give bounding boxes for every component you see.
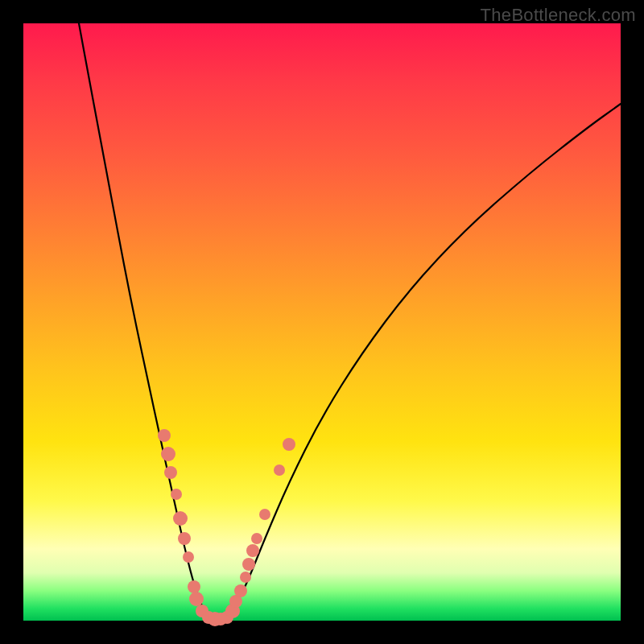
curves-svg: [23, 23, 621, 621]
data-dot: [251, 533, 262, 544]
data-dot: [158, 429, 171, 442]
data-dot: [259, 509, 270, 520]
chart-frame: TheBottleneck.com: [0, 0, 644, 644]
data-dot: [283, 438, 295, 451]
right-curve: [225, 104, 621, 621]
data-dot: [171, 489, 182, 500]
data-dot: [188, 580, 200, 593]
plot-area: [23, 23, 621, 621]
data-dot: [178, 532, 191, 545]
data-dot: [183, 551, 194, 563]
data-dot: [164, 466, 177, 479]
data-dot: [234, 584, 247, 597]
data-dot: [246, 544, 259, 557]
scatter-dots: [158, 429, 295, 626]
data-dot: [189, 592, 204, 606]
data-dot: [242, 558, 255, 571]
data-dot: [240, 572, 251, 583]
data-dot: [173, 511, 188, 526]
data-dot: [161, 447, 175, 461]
left-curve: [79, 23, 210, 621]
data-dot: [274, 464, 285, 476]
